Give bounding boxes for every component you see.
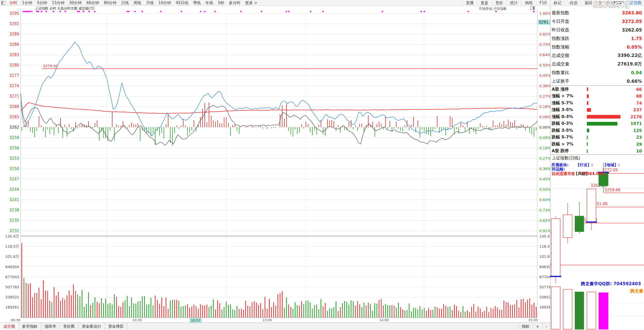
svg-text:0.09%: 0.09% <box>539 136 550 140</box>
candle-body <box>575 216 584 232</box>
dist-bar <box>587 129 589 132</box>
svg-text:101.6万: 101.6万 <box>5 254 19 259</box>
svg-text:135.4万: 135.4万 <box>5 234 19 238</box>
quote-row-最新指数: 最新指数3263.80 <box>550 9 644 17</box>
period-80分钟[interactable]: 80分钟 <box>101 1 119 5</box>
period-30分钟[interactable]: 30分钟 <box>67 1 84 5</box>
sector-label[interactable]: 【行业】: <box>576 163 593 167</box>
period-日线[interactable]: 日线 <box>119 1 131 5</box>
tab-资金驱动力[interactable]: 资金驱动力 <box>78 323 105 330</box>
toolbar-F10[interactable]: F10 <box>536 1 550 5</box>
toolbar-直播[interactable]: 直播 <box>462 1 477 5</box>
top-toolbar: 分时1分钟5分钟15分钟30分钟60分钟80分钟日线周线月线10分钟45日线季线… <box>0 0 644 6</box>
dist-label: A股 涨停 <box>552 87 585 92</box>
button-指标[interactable]: 指标 <box>518 323 533 330</box>
svg-text:0.82%: 0.82% <box>539 32 550 36</box>
dist-label: 涨幅 0-3% <box>552 114 585 120</box>
quote-row-指数涨跌: 指数涨跌1.75 <box>550 34 644 43</box>
svg-text:3265: 3265 <box>9 115 19 119</box>
button--[interactable]: - <box>542 323 550 330</box>
svg-text:3232: 3232 <box>9 229 19 233</box>
toolbar--自选[interactable]: -自选 <box>565 1 581 5</box>
period-分时[interactable]: 分时 <box>7 1 20 5</box>
svg-text:135.4万: 135.4万 <box>539 234 550 238</box>
index-price-line <box>21 42 537 136</box>
button-+[interactable]: + <box>533 323 542 330</box>
period-年线[interactable]: 年线 <box>203 1 216 5</box>
toolbar-统计[interactable]: 统计 <box>506 1 521 5</box>
svg-text:0.82%: 0.82% <box>539 218 550 223</box>
toolbar-返回[interactable]: 返回 <box>581 1 596 5</box>
window-split-icon[interactable] <box>1 1 5 5</box>
period-更多 >[interactable]: 更多 > <box>243 1 260 5</box>
period-多分时[interactable]: 多分时 <box>226 1 243 5</box>
tab-资金博弈[interactable]: 资金博弈 <box>105 323 127 330</box>
quote-label: 指数量比 <box>552 70 569 76</box>
toolbar-标记[interactable]: 标记 <box>550 1 565 5</box>
dist-bar <box>587 122 617 126</box>
compare-index-line <box>21 93 537 145</box>
quote-value: 0.66% <box>627 79 642 84</box>
quote-row-上证换手: 上证换手0.66% <box>550 77 644 85</box>
dist-bar <box>587 94 589 98</box>
svg-text:3271: 3271 <box>9 94 19 99</box>
quote-rows: 最新指数3263.80今日开盘3272.05昨日收盘3262.05指数涨跌1.7… <box>550 9 644 85</box>
sector-label[interactable]: 【地域】: <box>603 163 620 167</box>
time-tick-14:00: 14:00 <box>379 318 389 322</box>
kline-volume-bar <box>575 292 584 329</box>
svg-text:507783: 507783 <box>5 285 19 289</box>
dist-row-跌幅 > 7%: 跌幅 > 7%29 <box>550 141 644 148</box>
svg-text:3286: 3286 <box>9 42 19 47</box>
dist-value: 66 <box>636 87 642 92</box>
svg-text:677043: 677043 <box>539 275 550 279</box>
time-tick-15:00: 15:00 <box>528 318 538 322</box>
toolbar-画线[interactable]: 画线 <box>521 1 536 5</box>
tab-多空指标[interactable]: 多空指标 <box>19 323 41 330</box>
price-badge: 3291.11 <box>539 20 550 25</box>
quote-row-指数涨幅: 指数涨幅0.05% <box>550 43 644 51</box>
quote-label: 总成交量 <box>552 61 569 67</box>
svg-text:846304: 846304 <box>5 265 19 269</box>
svg-text:0.27%: 0.27% <box>539 156 550 160</box>
period-季线[interactable]: 季线 <box>191 1 203 5</box>
period-10分钟[interactable]: 10分钟 <box>156 1 173 5</box>
dist-row-涨幅 0-3%: 涨幅 0-3%2176 <box>550 113 644 120</box>
svg-text:3247: 3247 <box>9 177 19 181</box>
dist-value: 125 <box>633 128 642 133</box>
period-5分钟[interactable]: 5分钟 <box>35 1 50 5</box>
svg-text:507783: 507783 <box>539 285 550 289</box>
grid <box>21 9 537 318</box>
period-5秒[interactable]: 5秒 <box>216 1 227 5</box>
toolbar-竞价[interactable]: 竞价 <box>492 1 506 5</box>
dist-bar <box>587 115 620 119</box>
dist-label: 涨幅 3-5% <box>552 107 585 113</box>
period-1分钟[interactable]: 1分钟 <box>20 1 35 5</box>
tab-成交额[interactable]: 成交额 <box>0 323 19 330</box>
tab-涨跌率[interactable]: 涨跌率 <box>41 323 60 330</box>
svg-text:169261: 169261 <box>5 305 19 309</box>
dist-label: 涨幅 5-7% <box>552 100 585 106</box>
tab-竞价图[interactable]: 竞价图 <box>60 323 78 330</box>
period-月线[interactable]: 月线 <box>143 1 156 5</box>
tenglong-watermark: 腾龙量 <box>630 288 643 294</box>
svg-text:0.27%: 0.27% <box>539 94 550 98</box>
svg-text:3250: 3250 <box>9 166 19 171</box>
dist-bar <box>587 108 591 112</box>
period-menu: 分时1分钟5分钟15分钟30分钟60分钟80分钟日线周线月线10分钟45日线季线… <box>7 0 260 6</box>
period-15分钟[interactable]: 15分钟 <box>49 1 67 5</box>
dist-value: 10 <box>636 149 642 153</box>
svg-text:3238: 3238 <box>9 208 19 212</box>
period-60分钟[interactable]: 60分钟 <box>84 1 101 5</box>
quote-value: 3272.05 <box>622 19 642 24</box>
candle-body <box>551 219 560 276</box>
svg-text:3277: 3277 <box>9 73 19 78</box>
hamburger-icon[interactable] <box>603 2 605 4</box>
daily-kline-chart: 3272.053262.053259.663251.003241.00 <box>550 155 644 330</box>
kline-volume-bar <box>551 287 560 329</box>
period-45日线[interactable]: 45日线 <box>173 1 191 5</box>
period-周线[interactable]: 周线 <box>131 1 143 5</box>
dist-bar <box>587 87 588 91</box>
svg-text:0.45%: 0.45% <box>539 177 550 181</box>
svg-text:3259: 3259 <box>9 135 19 140</box>
toolbar-复盘[interactable]: 复盘 <box>477 1 492 5</box>
